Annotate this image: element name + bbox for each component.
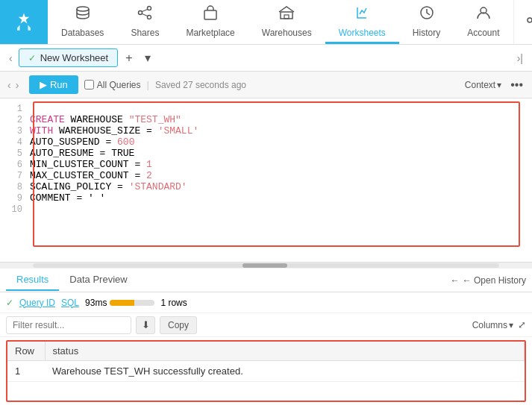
svg-point-0: [77, 7, 89, 11]
tab-results-label: Results: [16, 274, 48, 285]
tab-bar-right: ›|: [514, 51, 526, 66]
nav-partner-connect[interactable]: Partner Conne...: [513, 0, 532, 44]
worksheet-tab-new[interactable]: ✓ New Worksheet: [19, 48, 119, 67]
duration-fill: [110, 300, 134, 306]
col-header-status: status: [45, 342, 525, 361]
download-icon: ⬇: [142, 319, 150, 330]
tab-results[interactable]: Results: [6, 269, 59, 291]
svg-point-2: [139, 10, 143, 14]
toolbar-nav-left[interactable]: ‹: [6, 78, 13, 92]
toolbar-nav-right[interactable]: ›: [14, 78, 21, 92]
all-queries-checkbox-label: All Queries: [84, 80, 141, 90]
line-content: WITH WAREHOUSE_SIZE = 'SMALL': [30, 125, 525, 136]
editor-area: 1 2 CREATE WAREHOUSE "TEST_WH" 3 WITH WA…: [0, 98, 532, 263]
tab-nav-left[interactable]: ‹: [6, 51, 16, 66]
columns-button[interactable]: Columns ▾: [472, 320, 513, 330]
toolbar: ‹ › ▶ Run All Queries | Saved 27 seconds…: [0, 72, 532, 98]
tab-add-button[interactable]: +: [121, 50, 137, 66]
editor-scroll[interactable]: 1 2 CREATE WAREHOUSE "TEST_WH" 3 WITH WA…: [0, 103, 532, 257]
worksheets-icon: [354, 4, 370, 25]
history-icon: [419, 4, 435, 25]
nav-label-worksheets: Worksheets: [339, 28, 386, 38]
worksheet-tab-label: New Worksheet: [40, 52, 109, 63]
tab-data-preview-label: Data Preview: [69, 274, 127, 285]
code-line-2: 2 CREATE WAREHOUSE "TEST_WH": [7, 114, 525, 125]
results-tabs: Results Data Preview ← ← Open History: [0, 269, 532, 292]
code-line-6: 6 MIN_CLUSTER_COUNT = 1: [7, 159, 525, 170]
code-line-8: 8 SCALING_POLICY = 'STANDARD': [7, 181, 525, 192]
toolbar-nav-arrows: ‹ ›: [6, 78, 20, 92]
hscroll-track: [33, 263, 499, 268]
filter-input[interactable]: [6, 316, 131, 334]
open-history-label: ← Open History: [463, 275, 526, 286]
top-nav: Databases Shares Marketplace Warehouses …: [0, 0, 532, 45]
svg-line-4: [143, 9, 148, 11]
query-check-icon: ✓: [6, 298, 13, 308]
nav-label-databases: Databases: [61, 28, 104, 38]
run-button[interactable]: ▶ Run: [29, 75, 78, 94]
toolbar-separator: |: [147, 79, 149, 90]
partner-connect-icon: [526, 13, 532, 31]
sql-link[interactable]: SQL: [61, 298, 79, 308]
open-history-button[interactable]: ← ← Open History: [451, 275, 526, 286]
line-content: COMMENT = ' ': [30, 192, 525, 204]
tab-dropdown-button[interactable]: ▾: [140, 49, 155, 66]
nav-item-warehouses[interactable]: Warehouses: [248, 0, 325, 44]
context-dropdown-icon: ▾: [497, 80, 501, 90]
expand-icon: ⤢: [518, 319, 526, 330]
databases-icon: [75, 4, 91, 25]
line-content: AUTO_SUSPEND = 600: [30, 136, 525, 148]
expand-button[interactable]: ⤢: [518, 319, 526, 330]
line-content: [30, 204, 525, 215]
editor-hscroll: [0, 263, 532, 269]
code-line-10: 10: [7, 204, 525, 215]
tab-data-preview[interactable]: Data Preview: [59, 269, 137, 291]
code-line-7: 7 MAX_CLUSTER_COUNT = 2: [7, 170, 525, 181]
tab-nav-right[interactable]: ›|: [514, 51, 526, 66]
hscroll-thumb[interactable]: [242, 263, 287, 268]
svg-point-1: [148, 6, 151, 10]
more-button[interactable]: •••: [507, 77, 526, 93]
nav-item-history[interactable]: History: [399, 0, 454, 44]
nav-item-worksheets[interactable]: Worksheets: [325, 0, 399, 44]
line-num: 8: [7, 181, 30, 192]
rows-count: 1 rows: [160, 298, 187, 308]
query-id-link[interactable]: Query ID: [19, 298, 55, 308]
account-icon: [475, 4, 492, 25]
line-num: 2: [7, 114, 30, 125]
cell-row-num: 1: [7, 361, 45, 382]
svg-line-5: [143, 13, 148, 16]
nav-label-warehouses: Warehouses: [262, 28, 312, 38]
nav-logo[interactable]: [0, 0, 48, 44]
copy-button[interactable]: Copy: [160, 316, 197, 334]
context-button[interactable]: Context ▾: [465, 80, 501, 90]
columns-dropdown-icon: ▾: [509, 320, 513, 330]
line-content: [30, 103, 525, 114]
all-queries-checkbox[interactable]: [84, 80, 94, 90]
nav-item-marketplace[interactable]: Marketplace: [172, 0, 248, 44]
nav-label-history: History: [413, 28, 440, 38]
line-content: MIN_CLUSTER_COUNT = 1: [30, 159, 525, 170]
line-content: AUTO_RESUME = TRUE: [30, 148, 525, 159]
columns-label: Columns: [472, 320, 507, 330]
line-num: 1: [7, 103, 30, 114]
download-button[interactable]: ⬇: [136, 316, 155, 334]
code-line-9: 9 COMMENT = ' ': [7, 192, 525, 204]
nav-label-account: Account: [467, 28, 499, 38]
line-num: 3: [7, 125, 30, 136]
line-num: 6: [7, 159, 30, 170]
code-line-4: 4 AUTO_SUSPEND = 600: [7, 136, 525, 148]
line-num: 9: [7, 192, 30, 204]
line-content: MAX_CLUSTER_COUNT = 2: [30, 170, 525, 181]
nav-item-account[interactable]: Account: [454, 0, 513, 44]
tab-check-icon: ✓: [28, 53, 36, 63]
context-label: Context: [465, 80, 495, 90]
svg-point-3: [148, 15, 151, 19]
code-line-1: 1: [7, 103, 525, 114]
cell-status: Warehouse TEST_WH successfully created.: [45, 361, 525, 382]
line-content: CREATE WAREHOUSE "TEST_WH": [30, 114, 525, 125]
code-line-5: 5 AUTO_RESUME = TRUE: [7, 148, 525, 159]
saved-text: Saved 27 seconds ago: [155, 80, 246, 90]
nav-item-shares[interactable]: Shares: [117, 0, 172, 44]
nav-item-databases[interactable]: Databases: [48, 0, 117, 44]
